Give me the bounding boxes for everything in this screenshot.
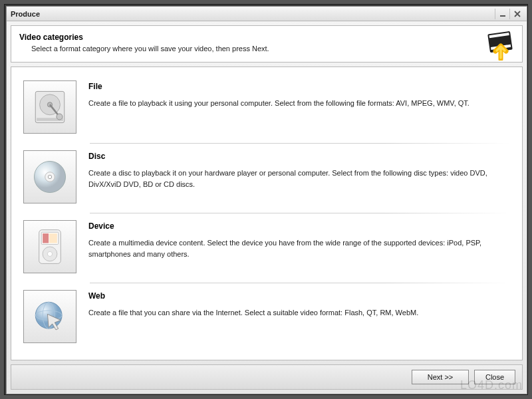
web-description: Create a file that you can share via the…: [88, 307, 510, 319]
categories-panel: File Create a file to playback it using …: [11, 66, 523, 360]
close-button[interactable]: Close: [474, 370, 515, 384]
page-subtitle: Select a format category where you will …: [19, 45, 514, 53]
category-device: Device Create a multimedia device conten…: [23, 216, 510, 280]
close-window-button[interactable]: [509, 9, 524, 19]
close-icon: [514, 11, 521, 17]
device-text: Device Create a multimedia device conten…: [88, 220, 510, 273]
produce-dialog: Produce Video categories Select a format…: [6, 6, 527, 394]
file-button[interactable]: [23, 80, 76, 134]
separator: [90, 143, 510, 144]
web-text: Web Create a file that you can share via…: [88, 290, 510, 343]
ipod-icon: [31, 227, 69, 266]
footer-bar: Next >> Close: [11, 364, 523, 390]
page-title: Video categories: [19, 33, 514, 42]
disc-title: Disc: [88, 152, 510, 161]
svg-point-8: [57, 114, 63, 120]
disc-button[interactable]: [23, 150, 76, 203]
separator: [90, 283, 510, 283]
header-panel: Video categories Select a format categor…: [11, 25, 523, 63]
separator: [90, 213, 510, 213]
svg-rect-15: [49, 233, 57, 243]
disc-icon: [31, 158, 69, 196]
window-title: Produce: [11, 10, 495, 18]
category-web: Web Create a file that you can share via…: [23, 286, 510, 350]
svg-point-17: [47, 251, 52, 256]
web-title: Web: [88, 291, 510, 301]
device-title: Device: [88, 221, 510, 231]
disc-description: Create a disc to playback it on your har…: [88, 168, 510, 190]
hard-drive-icon: [31, 88, 69, 126]
web-button[interactable]: [23, 290, 76, 343]
svg-point-11: [48, 175, 51, 178]
minimize-button[interactable]: [495, 9, 509, 19]
window-controls: [495, 9, 524, 19]
category-file: File Create a file to playback it using …: [23, 76, 510, 140]
device-description: Create a multimedia device content. Sele…: [88, 237, 510, 259]
svg-rect-14: [43, 233, 49, 243]
file-title: File: [88, 82, 510, 91]
device-button[interactable]: [23, 220, 76, 273]
disc-text: Disc Create a disc to playback it on you…: [88, 150, 510, 203]
globe-cursor-icon: [31, 297, 69, 336]
file-description: Create a file to playback it using your …: [88, 98, 510, 109]
dialog-body: Video categories Select a format categor…: [7, 21, 527, 394]
file-text: File Create a file to playback it using …: [88, 80, 510, 134]
category-disc: Disc Create a disc to playback it on you…: [23, 146, 510, 210]
minimize-icon: [499, 11, 506, 17]
next-button[interactable]: Next >>: [412, 370, 469, 384]
outer-frame: Produce Video categories Select a format…: [4, 4, 528, 395]
produce-icon: [486, 31, 515, 61]
titlebar: Produce: [7, 7, 527, 21]
svg-rect-0: [500, 15, 505, 17]
